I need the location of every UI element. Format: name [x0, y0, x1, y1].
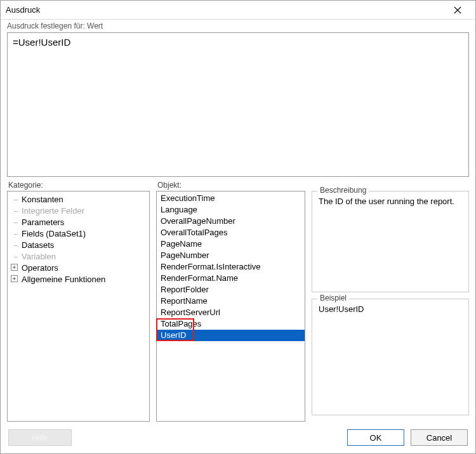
category-item-label: Fields (DataSet1): [22, 229, 86, 238]
object-item[interactable]: ReportName: [157, 295, 305, 307]
object-column: Objekt: ExecutionTimeLanguageOverallPage…: [156, 181, 305, 422]
expression-editor[interactable]: =User!UserID: [7, 32, 469, 177]
expand-icon[interactable]: +: [11, 264, 18, 271]
object-item[interactable]: UserID: [157, 330, 305, 341]
expression-text: =User!UserID: [13, 37, 70, 48]
expression-dialog: Ausdruck Ausdruck festlegen für: Wert =U…: [0, 0, 476, 454]
ok-button[interactable]: OK: [347, 429, 404, 446]
object-label: Objekt:: [156, 181, 305, 191]
close-icon[interactable]: [445, 1, 470, 19]
object-item[interactable]: ReportFolder: [157, 284, 305, 295]
object-item[interactable]: Language: [157, 204, 305, 216]
category-item: Integrierte Felder: [8, 205, 149, 217]
cancel-button[interactable]: Cancel: [411, 429, 468, 446]
object-list[interactable]: ExecutionTimeLanguageOverallPageNumberOv…: [156, 191, 305, 422]
category-item-label: Konstanten: [22, 195, 63, 204]
example-group: Beispiel User!UserID: [312, 299, 469, 415]
object-item[interactable]: TotalPages: [157, 318, 305, 330]
description-group: Beschreibung The ID of the user running …: [312, 191, 469, 292]
object-item[interactable]: PageName: [157, 238, 305, 250]
example-text: User!UserID: [319, 304, 462, 314]
category-tree[interactable]: KonstantenIntegrierte FelderParametersFi…: [7, 191, 150, 422]
dialog-footer: Hilfe OK Cancel: [1, 422, 475, 453]
category-item: Variablen: [8, 251, 149, 263]
category-item[interactable]: Datasets: [8, 240, 149, 251]
object-item[interactable]: OverallPageNumber: [157, 216, 305, 227]
category-item[interactable]: +Allgemeine Funktionen: [8, 274, 149, 285]
category-item-label: Allgemeine Funktionen: [22, 275, 105, 284]
object-item[interactable]: ExecutionTime: [157, 193, 305, 204]
object-item[interactable]: RenderFormat.IsInteractive: [157, 261, 305, 273]
description-legend: Beschreibung: [317, 186, 369, 195]
category-item-label: Parameters: [22, 217, 64, 227]
expand-icon[interactable]: +: [11, 275, 18, 282]
object-item[interactable]: PageNumber: [157, 250, 305, 261]
info-column: Beschreibung The ID of the user running …: [312, 181, 469, 422]
lower-pane: Kategorie: KonstantenIntegrierte FelderP…: [7, 181, 469, 422]
description-text: The ID of the user running the report.: [319, 197, 462, 206]
object-item[interactable]: ReportServerUrl: [157, 307, 305, 318]
category-item-label: Variablen: [22, 252, 56, 261]
category-column: Kategorie: KonstantenIntegrierte FelderP…: [7, 181, 150, 422]
category-item[interactable]: Fields (DataSet1): [8, 228, 149, 240]
category-label: Kategorie:: [7, 181, 150, 191]
titlebar: Ausdruck: [1, 1, 475, 20]
category-item[interactable]: Konstanten: [8, 194, 149, 205]
category-item[interactable]: Parameters: [8, 217, 149, 228]
category-item-label: Integrierte Felder: [22, 206, 84, 216]
dialog-title: Ausdruck: [6, 5, 445, 15]
help-button[interactable]: Hilfe: [8, 429, 72, 446]
object-item[interactable]: RenderFormat.Name: [157, 273, 305, 284]
expression-for-label: Ausdruck festlegen für: Wert: [1, 20, 475, 32]
object-item[interactable]: OverallTotalPages: [157, 227, 305, 238]
example-legend: Beispiel: [317, 294, 349, 302]
category-item[interactable]: +Operators: [8, 263, 149, 274]
category-item-label: Datasets: [22, 240, 54, 250]
category-item-label: Operators: [22, 263, 58, 273]
